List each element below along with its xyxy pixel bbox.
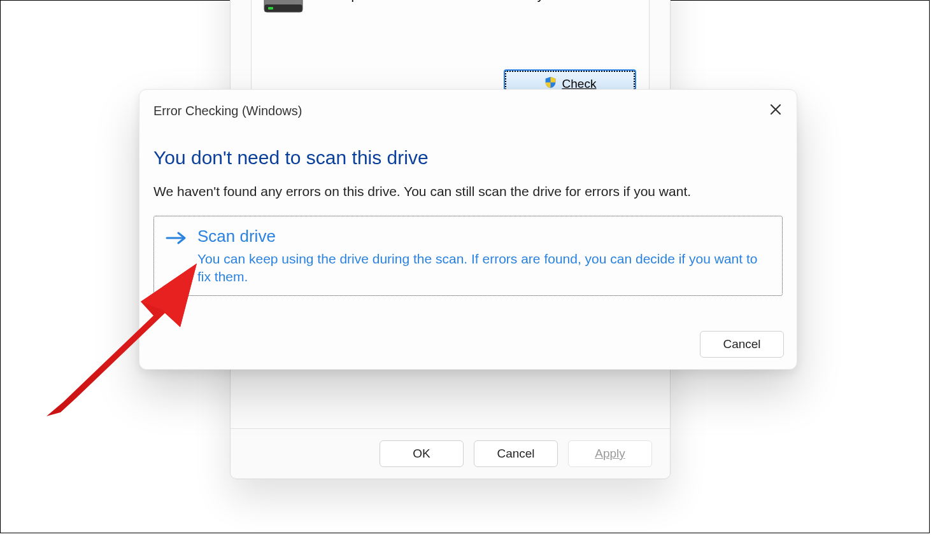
svg-rect-3 — [268, 7, 273, 10]
apply-button: Apply — [568, 440, 652, 467]
hard-drive-icon — [263, 0, 304, 18]
dialog-title: Error Checking (Windows) — [153, 104, 302, 118]
screenshot-frame: This option will check the drive for fil… — [0, 0, 930, 533]
scan-drive-title: Scan drive — [197, 227, 771, 246]
error-checking-dialog: Error Checking (Windows) You don't need … — [139, 89, 797, 370]
scan-drive-command-link[interactable]: Scan drive You can keep using the drive … — [153, 216, 783, 296]
dialog-heading: You don't need to scan this drive — [153, 147, 783, 169]
dialog-cancel-button[interactable]: Cancel — [700, 331, 784, 358]
dialog-description: We haven't found any errors on this driv… — [153, 184, 783, 199]
scan-drive-subtitle: You can keep using the drive during the … — [197, 250, 771, 286]
properties-footer: OK Cancel Apply — [231, 428, 670, 479]
cancel-button[interactable]: Cancel — [474, 440, 558, 467]
error-check-description: This option will check the drive for fil… — [316, 0, 612, 3]
arrow-right-icon — [166, 230, 187, 286]
close-icon — [770, 104, 781, 115]
close-button[interactable] — [765, 99, 786, 120]
ok-button[interactable]: OK — [380, 440, 464, 467]
